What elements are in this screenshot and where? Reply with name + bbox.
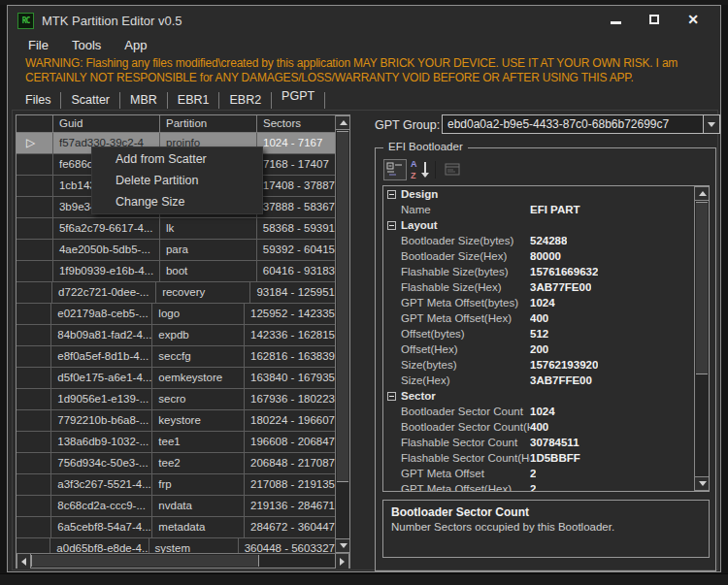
property-row[interactable]: Bootloader Size(Hex) 80000 <box>383 248 694 264</box>
property-value[interactable]: 3AB77FE00 <box>530 281 591 293</box>
row-selector[interactable] <box>17 368 51 388</box>
table-row[interactable]: d5f0e175-a6e1-4... oemkeystore 163840 - … <box>17 368 335 389</box>
categorized-view-button[interactable] <box>383 159 407 180</box>
tab[interactable]: Scatter <box>61 90 119 111</box>
sectors-cell[interactable]: 7168 - 17407 <box>257 154 335 175</box>
table-row[interactable]: 756d934c-50e3-... tee2 206848 - 217087 <box>17 453 335 474</box>
guid-cell[interactable]: 4ae2050b-5db5-... <box>53 240 160 260</box>
property-row[interactable]: GPT Meta Offset 2 <box>383 466 694 481</box>
scrollbar-thumb[interactable] <box>696 202 708 374</box>
tab[interactable]: EBR2 <box>219 90 271 111</box>
tab[interactable]: EBR1 <box>168 90 219 111</box>
property-row[interactable]: Offset(Hex) 200 <box>383 341 694 357</box>
property-value[interactable]: 1024 <box>530 297 555 309</box>
property-value[interactable]: 524288 <box>530 235 567 246</box>
guid-cell[interactable]: 5f6a2c79-6617-4... <box>53 218 160 239</box>
table-row[interactable]: 8c68cd2a-ccc9-... nvdata 219136 - 284671 <box>17 496 335 517</box>
scroll-down-button[interactable] <box>695 476 710 491</box>
scroll-down-button[interactable] <box>336 538 349 553</box>
row-selector[interactable] <box>17 218 53 239</box>
guid-cell[interactable]: d5f0e175-a6e1-4... <box>51 368 152 388</box>
row-selector[interactable] <box>17 432 51 452</box>
table-row[interactable]: e02179a8-ceb5-... logo 125952 - 142335 <box>17 304 335 325</box>
combo-dropdown-button[interactable] <box>703 115 719 133</box>
gpt-group-combobox[interactable]: ebd0a0a2-b9e5-4433-87c0-68b6b72699c7 <box>442 114 720 134</box>
sectors-cell[interactable]: 37888 - 58367 <box>257 197 335 217</box>
tab[interactable]: Files <box>16 90 60 111</box>
partition-cell[interactable]: seccfg <box>152 346 245 367</box>
close-button[interactable] <box>674 8 712 31</box>
row-selector[interactable] <box>17 538 50 553</box>
table-row[interactable]: e8f0a5ef-8d1b-4... seccfg 162816 - 16383… <box>17 346 335 368</box>
partition-cell[interactable]: tee2 <box>152 453 245 473</box>
property-value[interactable]: 200 <box>530 343 548 355</box>
property-value[interactable]: 2 <box>530 483 536 491</box>
scrollbar-track[interactable] <box>259 554 335 568</box>
property-row[interactable]: Sector <box>383 388 694 404</box>
partition-cell[interactable]: lk <box>160 218 257 239</box>
context-menu-item[interactable]: Change Size <box>92 191 262 212</box>
property-row[interactable]: Bootloader Size(bytes) 524288 <box>383 233 694 248</box>
guid-cell[interactable]: a3f3c267-5521-4... <box>51 474 152 495</box>
sectors-cell[interactable]: 360448 - 5603327 <box>239 538 335 553</box>
property-row[interactable]: Flashable Sector Count 30784511 <box>383 435 694 450</box>
row-selector[interactable] <box>17 240 53 260</box>
collapse-icon[interactable] <box>387 221 396 230</box>
guid-cell[interactable]: 138a6db9-1032-... <box>51 432 152 452</box>
property-grid-scrollbar[interactable] <box>694 186 709 491</box>
sectors-cell[interactable]: 284672 - 360447 <box>245 517 335 537</box>
property-value[interactable]: 15762193920 <box>530 359 598 371</box>
partition-cell[interactable]: frp <box>152 474 245 495</box>
property-row[interactable]: Layout <box>383 217 694 233</box>
sectors-cell[interactable]: 162816 - 163839 <box>245 346 335 367</box>
tab[interactable]: MBR <box>120 90 167 111</box>
property-value[interactable]: 512 <box>530 328 548 340</box>
scrollbar-thumb[interactable] <box>31 555 259 567</box>
property-row[interactable]: Flashable Size(Hex) 3AB77FE00 <box>383 279 694 295</box>
table-row[interactable]: 138a6db9-1032-... tee1 196608 - 206847 <box>17 432 335 453</box>
partition-cell[interactable]: logo <box>152 304 245 324</box>
property-row[interactable]: GPT Meta Offset(bytes) 1024 <box>383 295 694 310</box>
row-selector[interactable] <box>17 496 51 516</box>
row-selector[interactable] <box>17 282 52 303</box>
guid-cell[interactable]: 1f9b0939-e16b-4... <box>53 261 160 281</box>
partition-cell[interactable]: keystore <box>152 410 245 431</box>
guid-cell[interactable]: 756d934c-50e3-... <box>51 453 152 473</box>
table-row[interactable]: a0d65bf8-e8de-4... system 360448 - 56033… <box>17 538 335 553</box>
property-value[interactable]: 400 <box>530 421 548 433</box>
scrollbar-thumb[interactable] <box>337 131 348 482</box>
property-value[interactable]: 1024 <box>530 406 555 417</box>
menu-item[interactable]: Tools <box>69 36 104 54</box>
scroll-right-button[interactable] <box>335 554 349 569</box>
row-selector[interactable] <box>17 154 53 175</box>
sectors-cell[interactable]: 206848 - 217087 <box>245 453 335 473</box>
sectors-cell[interactable]: 163840 - 167935 <box>245 368 335 388</box>
property-value[interactable]: 80000 <box>530 250 561 262</box>
property-row[interactable]: GPT Meta Offset(Hex) 400 <box>383 310 694 326</box>
sectors-cell[interactable]: 1024 - 7167 <box>257 133 335 153</box>
table-row[interactable]: 1d9056e1-e139-... secro 167936 - 180223 <box>17 389 335 410</box>
table-row[interactable]: 5f6a2c79-6617-4... lk 58368 - 59391 <box>17 218 335 240</box>
property-value[interactable]: 30784511 <box>530 437 579 448</box>
property-row[interactable]: Bootloader Sector Count 1024 <box>383 404 694 419</box>
row-selector[interactable] <box>17 474 51 495</box>
table-row[interactable]: 1f9b0939-e16b-4... boot 60416 - 93183 <box>17 261 335 282</box>
table-row[interactable]: 7792210b-b6a8-... keystore 180224 - 1966… <box>17 410 335 432</box>
sectors-cell[interactable]: 17408 - 37887 <box>257 176 335 196</box>
column-header-sectors[interactable]: Sectors <box>257 115 335 132</box>
row-selector[interactable] <box>17 304 51 324</box>
guid-cell[interactable]: e8f0a5ef-8d1b-4... <box>51 346 152 367</box>
sectors-cell[interactable]: 59392 - 60415 <box>257 240 335 260</box>
partition-cell[interactable]: secro <box>152 389 245 409</box>
table-row[interactable]: d722c721-0dee-... recovery 93184 - 12595… <box>17 282 335 304</box>
property-row[interactable]: Size(bytes) 15762193920 <box>383 357 694 373</box>
scrollbar-track[interactable] <box>695 375 709 476</box>
scroll-up-button[interactable] <box>336 115 349 130</box>
sectors-cell[interactable]: 60416 - 93183 <box>257 261 335 281</box>
row-selector[interactable] <box>17 176 53 196</box>
table-row[interactable]: 84b09a81-fad2-4... expdb 142336 - 162815 <box>17 325 335 346</box>
collapse-icon[interactable] <box>387 190 396 199</box>
partition-cell[interactable]: recovery <box>156 282 250 303</box>
scroll-left-button[interactable] <box>17 554 31 569</box>
table-horizontal-scrollbar[interactable] <box>17 553 349 568</box>
